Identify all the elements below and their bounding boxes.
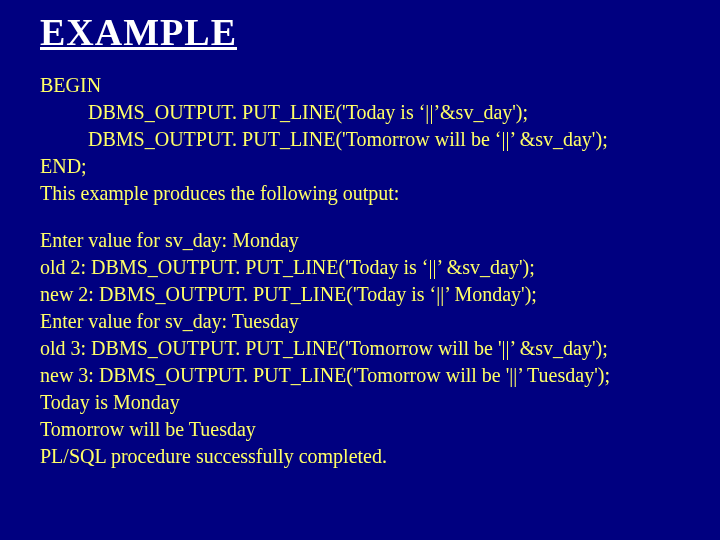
code-line: This example produces the following outp… bbox=[40, 180, 720, 207]
output-line: Enter value for sv_day: Monday bbox=[40, 227, 720, 254]
output-block: Enter value for sv_day: Monday old 2: DB… bbox=[40, 227, 720, 470]
output-line: old 3: DBMS_OUTPUT. PUT_LINE('Tomorrow w… bbox=[40, 335, 720, 362]
output-line: old 2: DBMS_OUTPUT. PUT_LINE('Today is ‘… bbox=[40, 254, 720, 281]
slide-title: EXAMPLE bbox=[40, 10, 720, 54]
output-line: PL/SQL procedure successfully completed. bbox=[40, 443, 720, 470]
code-line: DBMS_OUTPUT. PUT_LINE('Tomorrow will be … bbox=[40, 126, 720, 153]
slide: EXAMPLE BEGIN DBMS_OUTPUT. PUT_LINE('Tod… bbox=[0, 0, 720, 540]
output-line: Today is Monday bbox=[40, 389, 720, 416]
code-line: BEGIN bbox=[40, 72, 720, 99]
output-line: new 2: DBMS_OUTPUT. PUT_LINE('Today is ‘… bbox=[40, 281, 720, 308]
output-line: new 3: DBMS_OUTPUT. PUT_LINE('Tomorrow w… bbox=[40, 362, 720, 389]
output-line: Tomorrow will be Tuesday bbox=[40, 416, 720, 443]
output-line: Enter value for sv_day: Tuesday bbox=[40, 308, 720, 335]
spacer bbox=[40, 207, 720, 227]
code-block: BEGIN DBMS_OUTPUT. PUT_LINE('Today is ‘|… bbox=[40, 72, 720, 207]
code-line: END; bbox=[40, 153, 720, 180]
code-line: DBMS_OUTPUT. PUT_LINE('Today is ‘||’&sv_… bbox=[40, 99, 720, 126]
